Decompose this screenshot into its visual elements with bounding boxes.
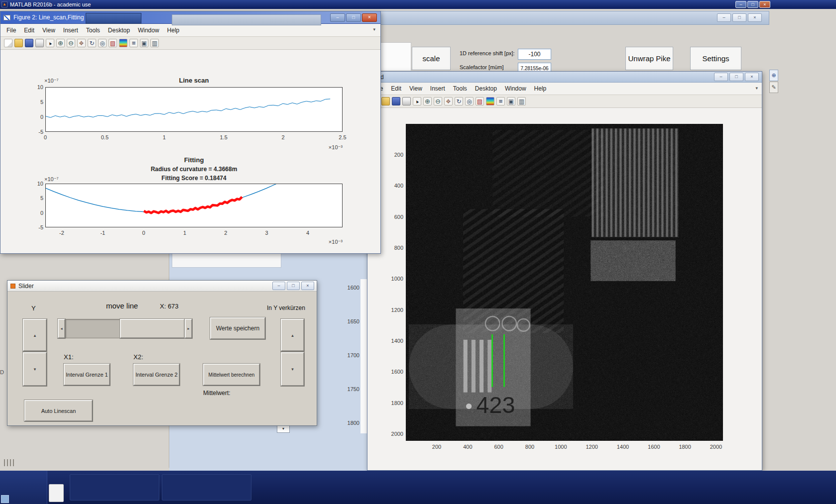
scale-button[interactable]: scale bbox=[412, 47, 451, 70]
werte-speichern-button[interactable]: Werte speichern bbox=[210, 317, 265, 339]
menu-item[interactable]: Edit bbox=[387, 84, 405, 93]
maximize-icon[interactable]: □ bbox=[732, 13, 746, 22]
taskbar-corner-icon[interactable] bbox=[1, 495, 9, 503]
cursor-icon[interactable] bbox=[46, 39, 54, 47]
maximize-icon[interactable]: □ bbox=[747, 1, 758, 8]
dock-icon[interactable] bbox=[140, 39, 148, 47]
hologram-image[interactable]: 423 bbox=[406, 124, 723, 441]
datacursor-icon[interactable] bbox=[465, 97, 474, 105]
close-icon[interactable]: × bbox=[759, 1, 770, 8]
maximize-icon[interactable]: □ bbox=[346, 13, 361, 22]
maximize-icon[interactable]: □ bbox=[729, 73, 743, 81]
open-icon[interactable] bbox=[14, 39, 23, 47]
close-icon[interactable]: × bbox=[745, 73, 759, 81]
zoom-out-icon[interactable] bbox=[67, 39, 75, 47]
menu-item[interactable]: Window bbox=[134, 26, 163, 35]
rotate-icon[interactable] bbox=[455, 97, 463, 105]
colorbar-icon[interactable] bbox=[486, 97, 494, 105]
fitting-plot[interactable] bbox=[45, 184, 343, 227]
slider-titlebar[interactable]: Slider – □ × bbox=[7, 281, 317, 292]
menu-item[interactable]: Desktop bbox=[104, 26, 134, 35]
slider-left-arrow[interactable]: ◂ bbox=[58, 319, 65, 338]
menu-item[interactable]: View bbox=[405, 84, 426, 93]
chip-label: 423 bbox=[477, 392, 515, 418]
in-y-spinner-down[interactable]: ▾ bbox=[281, 352, 304, 386]
menu-item[interactable]: View bbox=[38, 26, 59, 35]
legend-icon[interactable] bbox=[496, 97, 505, 105]
pan-icon[interactable] bbox=[77, 39, 86, 47]
zoom-in-icon[interactable] bbox=[56, 39, 65, 47]
menubar-overflow-icon[interactable]: ▾ bbox=[373, 27, 375, 32]
side-edit-tool-icon[interactable]: ✎ bbox=[769, 82, 778, 93]
rotate-icon[interactable] bbox=[88, 39, 96, 47]
linescan-plot[interactable] bbox=[45, 87, 343, 132]
menu-item[interactable]: Help bbox=[163, 26, 184, 35]
menu-item[interactable]: Tools bbox=[82, 26, 104, 35]
taskbar-item[interactable] bbox=[70, 474, 159, 501]
image-figure-titlebar[interactable]: d – □ × bbox=[367, 72, 762, 83]
matlab-main-titlebar[interactable]: ▲ MATLAB R2016b - academic use – □ × bbox=[0, 0, 836, 9]
menu-item[interactable]: Window bbox=[501, 84, 530, 93]
menu-item[interactable]: File bbox=[2, 26, 20, 35]
close-icon[interactable]: × bbox=[362, 13, 377, 22]
settings-button[interactable]: Settings bbox=[690, 47, 741, 70]
resize-grip-icon[interactable] bbox=[4, 459, 16, 466]
minimize-icon[interactable]: – bbox=[330, 13, 345, 22]
brush-icon[interactable] bbox=[476, 97, 484, 105]
axis-tick-label: 1750 bbox=[339, 385, 359, 393]
slider-thumb[interactable] bbox=[120, 319, 185, 338]
zoom-in-icon[interactable] bbox=[423, 97, 432, 105]
side-zoom-tool-icon[interactable]: ⊕ bbox=[769, 70, 778, 81]
save-icon[interactable] bbox=[392, 97, 400, 105]
undock-icon[interactable] bbox=[150, 39, 159, 47]
taskbar[interactable] bbox=[0, 471, 836, 504]
menu-item[interactable]: Help bbox=[530, 84, 551, 93]
mittelwert-berechnen-button[interactable]: Mittelwert berechnen bbox=[203, 364, 260, 386]
menu-item[interactable]: Tools bbox=[449, 84, 471, 93]
legend-icon[interactable] bbox=[129, 39, 138, 47]
minimize-icon[interactable]: – bbox=[272, 282, 285, 290]
y-spinner-down[interactable]: ▾ bbox=[23, 352, 47, 386]
auto-linescan-button[interactable]: Auto Linescan bbox=[24, 400, 93, 421]
in-y-spinner-up[interactable]: ▴ bbox=[281, 319, 304, 351]
background-dialog-titlebar[interactable] bbox=[86, 13, 141, 24]
brush-icon[interactable] bbox=[109, 39, 117, 47]
maximize-icon[interactable]: □ bbox=[287, 282, 300, 290]
taskbar-item[interactable] bbox=[162, 474, 251, 501]
tick-label: 200 bbox=[381, 151, 403, 159]
print-icon[interactable] bbox=[35, 39, 44, 47]
menu-item[interactable]: Edit bbox=[20, 26, 38, 35]
close-icon[interactable]: × bbox=[301, 282, 314, 290]
menu-item[interactable]: Insert bbox=[59, 26, 82, 35]
minimize-icon[interactable]: – bbox=[735, 1, 746, 8]
minimize-icon[interactable]: – bbox=[717, 13, 731, 22]
datacursor-icon[interactable] bbox=[98, 39, 107, 47]
close-icon[interactable]: × bbox=[748, 13, 762, 22]
menubar-overflow-icon[interactable]: ▾ bbox=[755, 86, 758, 91]
minimize-icon[interactable]: – bbox=[714, 73, 728, 81]
taskbar-quicklaunch-item[interactable] bbox=[49, 484, 64, 502]
tick-label: 2000 bbox=[381, 430, 403, 438]
open-icon[interactable] bbox=[381, 97, 390, 105]
new-icon[interactable] bbox=[4, 39, 12, 47]
figure2-menubar: FileEditViewInsertToolsDesktopWindowHelp bbox=[0, 24, 380, 37]
image-x-ticks: 200400600800100012001400160018002000 bbox=[426, 444, 727, 452]
menu-item[interactable]: Desktop bbox=[471, 84, 501, 93]
image-figure-controls: – □ × bbox=[714, 73, 762, 81]
dock-icon[interactable] bbox=[507, 97, 515, 105]
print-icon[interactable] bbox=[402, 97, 411, 105]
interval-grenze-2-button[interactable]: Interval Grenze 2 bbox=[133, 364, 180, 386]
unwrap-pike-button[interactable]: Unwrap Pike bbox=[625, 47, 673, 70]
slider-right-arrow[interactable]: ▸ bbox=[185, 319, 192, 338]
y-spinner-up[interactable]: ▴ bbox=[23, 319, 47, 351]
menu-item[interactable]: Insert bbox=[426, 84, 449, 93]
pan-icon[interactable] bbox=[444, 97, 453, 105]
ref-shift-input[interactable] bbox=[518, 49, 551, 60]
interval-grenze-1-button[interactable]: Interval Grenze 1 bbox=[64, 364, 110, 386]
undock-icon[interactable] bbox=[517, 97, 526, 105]
cursor-icon[interactable] bbox=[413, 97, 421, 105]
zoom-out-icon[interactable] bbox=[434, 97, 442, 105]
background-dialog-titlebar-2[interactable] bbox=[172, 14, 321, 25]
save-icon[interactable] bbox=[25, 39, 33, 47]
colorbar-icon[interactable] bbox=[119, 39, 127, 47]
